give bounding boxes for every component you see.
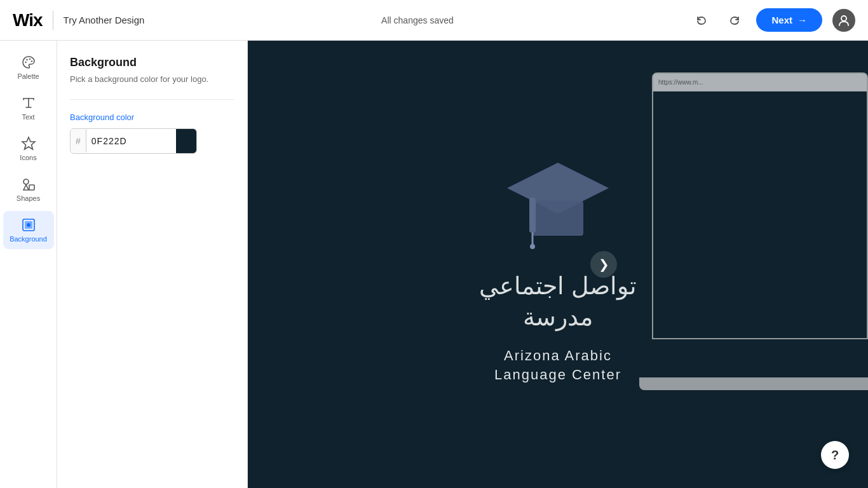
- background-icon: [21, 217, 36, 233]
- svg-point-2: [26, 59, 27, 60]
- sidebar-item-palette[interactable]: Palette: [3, 48, 54, 86]
- laptop-mockup: https://www.m...: [639, 72, 868, 390]
- all-changes-saved-text: All changes saved: [381, 15, 454, 25]
- laptop-base: [639, 377, 868, 390]
- svg-point-4: [31, 60, 32, 62]
- next-arrow-icon: →: [797, 15, 807, 25]
- sidebar-item-shapes[interactable]: Shapes: [3, 170, 54, 208]
- color-hash-symbol: #: [71, 130, 86, 152]
- star-icon: [21, 136, 36, 151]
- sidebar-item-background[interactable]: Background: [3, 211, 54, 249]
- canvas-next-button[interactable]: ❯: [590, 251, 617, 278]
- logo-english-text: Arizona Arabic Language Center: [494, 346, 621, 386]
- laptop-screen: https://www.m...: [652, 72, 868, 339]
- svg-point-1: [25, 62, 26, 63]
- english-line-2: Language Center: [494, 365, 621, 385]
- svg-point-11: [27, 223, 31, 227]
- svg-point-3: [29, 58, 30, 60]
- color-value-text[interactable]: 0F222D: [86, 130, 176, 152]
- svg-point-6: [24, 179, 29, 184]
- logo-icon-area: [488, 144, 628, 258]
- header-center: All changes saved: [381, 15, 454, 25]
- english-line-1: Arizona Arabic: [494, 346, 621, 366]
- color-input-row[interactable]: # 0F222D: [70, 128, 197, 154]
- icons-label: Icons: [20, 154, 36, 161]
- sidebar-icons: Palette Text Icons Shapes: [0, 41, 57, 488]
- user-avatar[interactable]: [832, 9, 855, 32]
- redo-icon: [728, 14, 741, 27]
- left-panel: Background Pick a background color for y…: [57, 41, 248, 488]
- header: Wix Try Another Design All changes saved…: [0, 0, 868, 41]
- sidebar-item-text[interactable]: Text: [3, 89, 54, 127]
- url-bar-text: https://www.m...: [658, 79, 703, 86]
- header-divider: [53, 11, 53, 30]
- palette-label: Palette: [17, 72, 39, 80]
- svg-rect-14: [529, 198, 536, 233]
- svg-point-0: [841, 16, 846, 21]
- next-button-label: Next: [771, 15, 792, 25]
- panel-subtitle: Pick a background color for your logo.: [70, 74, 234, 84]
- try-another-design[interactable]: Try Another Design: [64, 15, 145, 25]
- color-swatch[interactable]: [176, 129, 196, 153]
- laptop-screen-content: [653, 92, 867, 338]
- canvas-next-arrow: ❯: [599, 257, 609, 272]
- header-left: Wix Try Another Design: [13, 10, 144, 30]
- svg-marker-5: [22, 137, 35, 149]
- undo-button[interactable]: [690, 9, 713, 32]
- user-icon: [837, 14, 850, 27]
- help-button[interactable]: ?: [821, 441, 849, 469]
- text-label: Text: [22, 113, 34, 121]
- undo-icon: [695, 14, 708, 27]
- arabic-line-1: تواصل اجتماعي: [479, 271, 637, 302]
- laptop-url-bar: https://www.m...: [653, 74, 867, 92]
- next-button[interactable]: Next →: [756, 8, 822, 32]
- help-icon: ?: [831, 448, 839, 463]
- text-icon: [21, 95, 36, 111]
- sidebar-item-icons[interactable]: Icons: [3, 130, 54, 168]
- main-content: Palette Text Icons Shapes: [0, 41, 868, 488]
- svg-marker-8: [24, 185, 29, 190]
- wix-logo: Wix: [13, 10, 43, 30]
- shapes-icon: [21, 177, 36, 192]
- panel-title: Background: [70, 56, 234, 69]
- canvas-area: تواصل اجتماعي مدرسة Arizona Arabic Langu…: [248, 41, 868, 488]
- palette-icon: [21, 55, 36, 70]
- bg-color-label: Background color: [70, 112, 234, 122]
- background-label: Background: [10, 235, 47, 243]
- arabic-line-2: مدرسة: [479, 302, 637, 333]
- graduation-cap-icon: [494, 150, 621, 252]
- svg-point-16: [530, 244, 535, 249]
- redo-button[interactable]: [723, 9, 746, 32]
- svg-rect-13: [532, 201, 583, 236]
- svg-rect-7: [29, 185, 34, 190]
- panel-divider: [70, 99, 234, 100]
- logo-arabic-text: تواصل اجتماعي مدرسة: [479, 271, 637, 334]
- header-right: Next →: [690, 8, 855, 32]
- shapes-label: Shapes: [17, 194, 40, 202]
